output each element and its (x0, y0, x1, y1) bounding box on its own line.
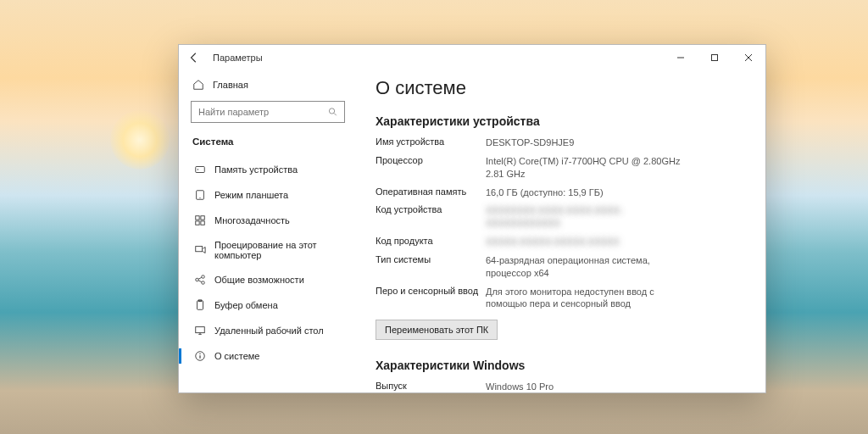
spec-label: Перо и сенсорный ввод (376, 286, 486, 311)
maximize-icon (710, 53, 719, 62)
spec-row-system-type: Тип системы 64-разрядная операционная си… (376, 254, 747, 280)
sidebar-item-projecting[interactable]: Проецирование на этот компьютер (191, 235, 345, 265)
svg-point-12 (202, 275, 205, 279)
spec-value-blurred: XXXXXXXX-XXXX-XXXX-XXXX-XXXXXXXXXXXX (486, 204, 681, 230)
shared-icon (194, 274, 206, 286)
svg-rect-14 (198, 301, 203, 310)
svg-rect-16 (196, 327, 205, 333)
sidebar-item-label: О системе (214, 351, 259, 361)
search-icon (328, 107, 337, 117)
spec-row-device-id: Код устройства XXXXXXXX-XXXX-XXXX-XXXX-X… (376, 204, 747, 230)
sidebar-item-clipboard[interactable]: Буфер обмена (191, 294, 345, 316)
svg-point-18 (199, 353, 200, 354)
svg-rect-10 (196, 247, 203, 252)
spec-value-blurred: XXXXX-XXXXX-XXXXX-XXXXX (486, 236, 620, 248)
remote-desktop-icon (194, 325, 206, 337)
spec-label: Код устройства (376, 204, 486, 230)
content-pane: О системе Характеристики устройства Имя … (357, 70, 765, 392)
spec-row-device-name: Имя устройства DESKTOP-SD9HJE9 (376, 136, 747, 149)
project-icon (194, 244, 206, 256)
spec-row-product-id: Код продукта XXXXX-XXXXX-XXXXX-XXXXX (376, 236, 747, 248)
spec-value: Intel(R) Core(TM) i7-7700HQ CPU @ 2.80GH… (486, 155, 681, 181)
sidebar-item-shared-experiences[interactable]: Общие возможности (191, 269, 345, 291)
spec-row-ram: Оперативная память 16,0 ГБ (доступно: 15… (376, 186, 747, 199)
device-spec-heading: Характеристики устройства (376, 114, 747, 128)
svg-point-3 (198, 169, 198, 170)
back-button[interactable] (187, 51, 201, 64)
spec-label: Оперативная память (376, 186, 486, 199)
home-icon (192, 79, 204, 91)
spec-value: Windows 10 Pro (486, 381, 554, 392)
rename-pc-label: Переименовать этот ПК (385, 325, 488, 335)
spec-label: Тип системы (376, 254, 486, 280)
settings-window: Параметры Главная Система (178, 44, 766, 393)
svg-point-5 (199, 198, 200, 198)
sidebar-item-label: Режим планшета (214, 190, 288, 200)
window-controls (664, 45, 765, 70)
sidebar-item-tablet-mode[interactable]: Режим планшета (191, 184, 345, 206)
titlebar: Параметры (179, 45, 765, 70)
sidebar-item-storage[interactable]: Память устройства (191, 159, 345, 181)
svg-rect-9 (201, 221, 204, 225)
sidebar-item-label: Память устройства (214, 164, 298, 175)
sidebar-item-label: Проецирование на этот компьютер (214, 240, 342, 260)
info-icon (194, 350, 206, 362)
spec-label: Процессор (376, 155, 486, 181)
spec-value: 64-разрядная операционная система, проце… (486, 254, 681, 280)
window-title: Параметры (213, 53, 263, 63)
spec-label: Имя устройства (376, 136, 486, 149)
minimize-icon (676, 53, 685, 62)
svg-point-1 (329, 108, 334, 114)
sidebar-home[interactable]: Главная (191, 75, 345, 97)
sidebar-section-label: Система (191, 135, 345, 155)
close-icon (744, 53, 753, 62)
close-button[interactable] (732, 45, 765, 70)
svg-rect-7 (201, 216, 204, 220)
spec-row-cpu: Процессор Intel(R) Core(TM) i7-7700HQ CP… (376, 155, 747, 181)
spec-row-edition: Выпуск Windows 10 Pro (376, 381, 747, 392)
maximize-button[interactable] (698, 45, 732, 70)
rename-pc-button[interactable]: Переименовать этот ПК (376, 320, 498, 340)
sidebar-home-label: Главная (213, 80, 248, 90)
wallpaper-sun (110, 110, 170, 170)
svg-point-11 (196, 278, 199, 281)
sidebar-item-remote-desktop[interactable]: Удаленный рабочий стол (191, 320, 345, 342)
spec-value: 16,0 ГБ (доступно: 15,9 ГБ) (486, 186, 604, 199)
search-input[interactable] (198, 107, 328, 117)
tablet-icon (194, 189, 206, 201)
svg-rect-6 (196, 216, 199, 220)
spec-value: Для этого монитора недоступен ввод с пом… (486, 286, 681, 311)
minimize-button[interactable] (664, 45, 698, 70)
spec-value: DESKTOP-SD9HJE9 (486, 136, 574, 149)
search-box[interactable] (191, 101, 345, 123)
sidebar-item-label: Многозадачность (214, 215, 290, 225)
svg-rect-8 (196, 221, 199, 225)
svg-rect-0 (712, 55, 718, 61)
page-title: О системе (376, 77, 747, 99)
sidebar-item-multitasking[interactable]: Многозадачность (191, 209, 345, 231)
sidebar-item-label: Общие возможности (214, 275, 304, 285)
multitask-icon (194, 214, 206, 226)
windows-spec-heading: Характеристики Windows (376, 359, 747, 372)
sidebar-item-label: Буфер обмена (214, 300, 278, 310)
svg-point-13 (202, 281, 205, 285)
sidebar: Главная Система Память устройства Режим … (179, 70, 357, 392)
clipboard-icon (194, 299, 206, 311)
sidebar-item-label: Удаленный рабочий стол (214, 326, 324, 336)
spec-label: Выпуск (376, 381, 486, 392)
arrow-left-icon (188, 52, 200, 64)
spec-row-pen-touch: Перо и сенсорный ввод Для этого монитора… (376, 286, 747, 311)
sidebar-item-about[interactable]: О системе (191, 345, 345, 367)
storage-icon (194, 164, 206, 175)
svg-rect-2 (196, 167, 205, 173)
spec-label: Код продукта (376, 236, 486, 248)
